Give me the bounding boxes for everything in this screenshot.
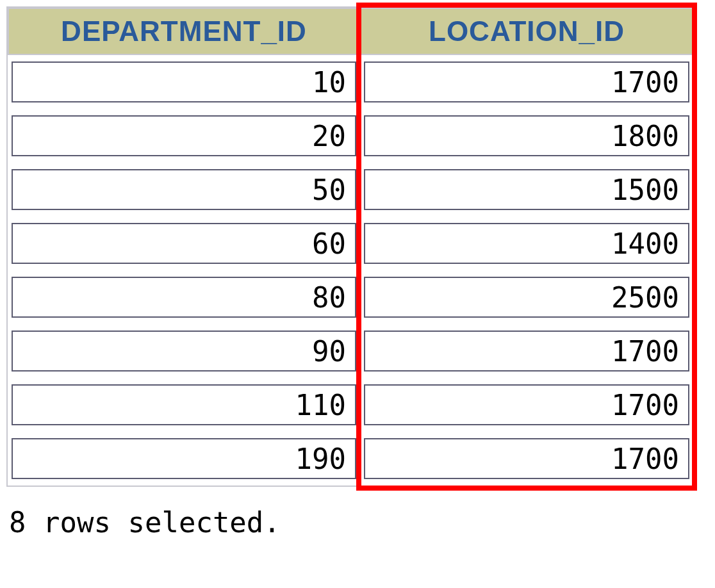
cell-department-id: 80 (12, 277, 356, 318)
table-row: 60 1400 (8, 216, 693, 270)
table-row: 20 1800 (8, 109, 693, 163)
cell-location-id: 1500 (364, 169, 689, 210)
rows-selected-status: 8 rows selected. (6, 506, 709, 539)
result-table-wrapper: DEPARTMENT_ID LOCATION_ID 10 1700 20 180… (6, 6, 694, 487)
cell-department-id: 10 (12, 61, 356, 102)
table-row: 110 1700 (8, 378, 693, 432)
cell-department-id: 20 (12, 115, 356, 156)
cell-department-id: 110 (12, 384, 356, 425)
cell-location-id: 2500 (364, 277, 689, 318)
cell-department-id: 90 (12, 331, 356, 372)
cell-location-id: 1700 (364, 384, 689, 425)
cell-department-id: 190 (12, 438, 356, 479)
cell-department-id: 50 (12, 169, 356, 210)
cell-location-id: 1700 (364, 331, 689, 372)
table-row: 80 2500 (8, 270, 693, 324)
table-row: 90 1700 (8, 324, 693, 378)
cell-location-id: 1800 (364, 115, 689, 156)
table-row: 10 1700 (8, 55, 693, 109)
cell-location-id: 1700 (364, 61, 689, 102)
cell-location-id: 1400 (364, 223, 689, 264)
result-table: DEPARTMENT_ID LOCATION_ID 10 1700 20 180… (6, 6, 694, 487)
table-row: 50 1500 (8, 163, 693, 216)
column-header-department-id: DEPARTMENT_ID (8, 8, 360, 55)
cell-location-id: 1700 (364, 438, 689, 479)
table-row: 190 1700 (8, 432, 693, 486)
column-header-location-id: LOCATION_ID (360, 8, 693, 55)
cell-department-id: 60 (12, 223, 356, 264)
